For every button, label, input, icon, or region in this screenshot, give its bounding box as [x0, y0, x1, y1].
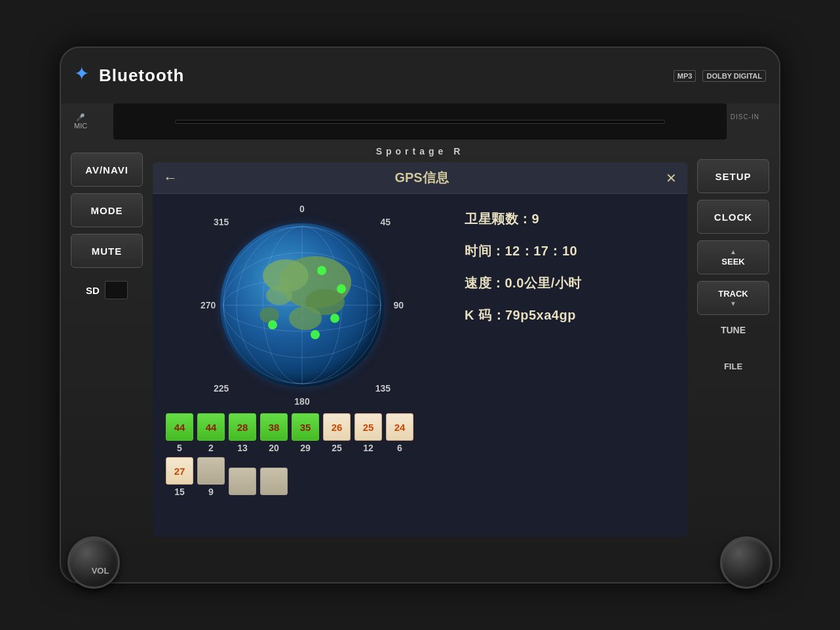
- globe: [220, 223, 384, 387]
- bottom-area: PUSH PWR VOL: [61, 543, 779, 582]
- info-panel: 卫星颗数：9 时间：12：17：10 速度：0.0公里/小时 K 码：79p5x…: [451, 194, 687, 536]
- track-label: TRACK: [718, 289, 748, 299]
- top-bar: ✦ Bluetooth MP3 DOLBY DIGITAL: [61, 48, 779, 103]
- seek-button[interactable]: ▲ SEEK: [697, 240, 769, 274]
- seek-up-icon: ▲: [730, 248, 736, 255]
- vol-knob[interactable]: [67, 536, 120, 589]
- brand-label: Sportage R: [376, 146, 465, 157]
- satellite-channel: 5: [177, 443, 182, 453]
- satellite-bar: 26: [323, 413, 351, 441]
- satellite-bar-item: [260, 468, 288, 497]
- cd-slot-area: [113, 103, 727, 139]
- satellite-bar: 35: [292, 413, 319, 441]
- compass-bottom: 180: [294, 396, 309, 407]
- cd-slot: [175, 120, 666, 124]
- svg-point-10: [266, 286, 292, 305]
- back-button[interactable]: ←: [163, 170, 178, 187]
- satellite-channel: 9: [208, 487, 214, 497]
- satellite-channel: 25: [332, 443, 342, 453]
- satellite-count: 卫星颗数：9: [465, 210, 674, 228]
- vol-label: VOL: [74, 566, 126, 576]
- satellite-bar: 44: [166, 413, 193, 441]
- seek-label: SEEK: [721, 257, 744, 267]
- mp3-logo: MP3: [674, 70, 697, 82]
- sd-label: SD: [86, 285, 100, 296]
- satellite-bar-item: 9: [197, 457, 225, 497]
- svg-point-13: [317, 266, 326, 275]
- satellite-bar-item: 2813: [229, 413, 256, 453]
- bluetooth-label: Bluetooth: [99, 65, 184, 86]
- compass-left: 270: [200, 300, 216, 310]
- compass: 0 45 90 135 180 225 270 315: [200, 204, 404, 407]
- satellite-channel: 20: [269, 443, 279, 453]
- left-panel: AV/NAVI MODE MUTE SD: [61, 139, 153, 543]
- svg-point-15: [330, 314, 339, 323]
- kcode-info: K 码：79p5xa4gp: [465, 306, 674, 324]
- mic-icon: 🎤: [74, 113, 87, 122]
- satellite-bar-item: 2715: [166, 457, 193, 497]
- sd-area: SD: [86, 281, 128, 299]
- mic-area: 🎤 MIC: [74, 113, 87, 130]
- satellite-channel: 6: [397, 443, 402, 453]
- satellite-channel: 15: [174, 487, 185, 497]
- satellite-bar-item: 2625: [323, 413, 351, 453]
- close-button[interactable]: ✕: [666, 170, 677, 186]
- car-unit: ✦ Bluetooth MP3 DOLBY DIGITAL 🎤 MIC Spor…: [60, 46, 780, 584]
- track-button[interactable]: TRACK ▼: [697, 281, 769, 315]
- satellite-bar-item: [229, 468, 256, 497]
- satellite-bar-item: 442: [197, 413, 225, 453]
- svg-point-16: [311, 330, 320, 339]
- globe-area: 0 45 90 135 180 225 270 315: [153, 194, 451, 536]
- satellite-bar: [197, 457, 225, 485]
- satellite-bar: 27: [166, 457, 193, 485]
- av-navi-button[interactable]: AV/NAVI: [71, 153, 143, 187]
- satellite-bar: 25: [354, 413, 382, 441]
- svg-point-14: [337, 284, 346, 293]
- screen: ← GPS信息 ✕ 0 45 90 135 180 225 270 315: [153, 162, 687, 536]
- disc-label: DISC-IN: [731, 113, 759, 120]
- satellite-bar-item: 3820: [260, 413, 288, 453]
- satellite-bar: 24: [386, 413, 413, 441]
- satellite-bar-item: 2512: [354, 413, 382, 453]
- svg-point-11: [289, 306, 322, 330]
- speed-info: 速度：0.0公里/小时: [465, 274, 674, 292]
- mode-button[interactable]: MODE: [71, 193, 143, 227]
- satellite-bars: 4454422813382035292625251224627159: [159, 407, 445, 497]
- satellite-channel: 2: [208, 443, 214, 453]
- satellite-bar-item: 246: [386, 413, 413, 453]
- clock-button[interactable]: CLOCK: [697, 200, 769, 234]
- satellite-bar: [229, 468, 256, 495]
- file-label: FILE: [724, 361, 742, 371]
- svg-point-17: [268, 320, 277, 329]
- bluetooth-area: ✦ Bluetooth: [74, 63, 184, 89]
- satellite-bar: 38: [260, 413, 288, 441]
- screen-title: GPS信息: [394, 169, 448, 187]
- satellite-bar: 28: [229, 413, 256, 441]
- setup-button[interactable]: SETUP: [697, 159, 769, 193]
- top-logos: MP3 DOLBY DIGITAL: [674, 70, 766, 82]
- satellite-bar: [260, 468, 288, 495]
- mic-label: MIC: [74, 122, 87, 130]
- tune-knob[interactable]: [720, 536, 773, 589]
- satellite-bar: 44: [197, 413, 225, 441]
- time-info: 时间：12：17：10: [465, 242, 674, 260]
- mute-button[interactable]: MUTE: [71, 234, 143, 268]
- screen-header: ← GPS信息 ✕: [153, 162, 687, 194]
- compass-top: 0: [299, 204, 305, 214]
- screen-content: 0 45 90 135 180 225 270 315: [153, 194, 687, 536]
- tune-label: TUNE: [721, 325, 746, 335]
- satellite-channel: 29: [300, 443, 311, 453]
- satellite-channel: 12: [363, 443, 373, 453]
- bluetooth-icon: ✦: [74, 63, 94, 89]
- svg-point-12: [259, 307, 279, 323]
- right-panel: SETUP CLOCK ▲ SEEK TRACK ▼ TUNE FILE: [687, 139, 779, 543]
- track-down-icon: ▼: [730, 300, 736, 307]
- satellite-bar-item: 445: [166, 413, 193, 453]
- satellite-bar-item: 3529: [292, 413, 319, 453]
- dolby-logo: DOLBY DIGITAL: [702, 70, 766, 82]
- satellite-channel: 13: [237, 443, 248, 453]
- sd-slot[interactable]: [105, 281, 128, 299]
- compass-right: 90: [393, 300, 404, 310]
